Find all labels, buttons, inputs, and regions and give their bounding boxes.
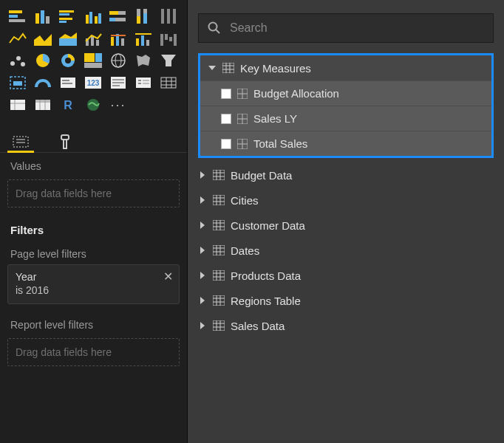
table-sales-data[interactable]: Sales Data <box>191 313 504 338</box>
hundred-stacked-column-icon[interactable] <box>133 7 154 25</box>
collapse-icon <box>200 222 205 229</box>
r-visual-icon[interactable]: R <box>58 96 78 114</box>
stacked-area-icon[interactable] <box>58 30 78 47</box>
card-icon[interactable] <box>58 74 78 92</box>
field-sales-ly[interactable]: Sales LY <box>200 106 491 131</box>
svg-point-43 <box>21 62 25 66</box>
stacked-bar-icon[interactable] <box>7 7 28 25</box>
svg-rect-135 <box>213 320 225 331</box>
matrix2-icon[interactable] <box>33 96 53 114</box>
table-budget-data[interactable]: Budget Data <box>191 162 504 188</box>
expand-icon <box>208 66 216 70</box>
field-total-sales[interactable]: Total Sales <box>200 131 491 156</box>
search-box[interactable] <box>198 13 494 43</box>
donut-icon[interactable] <box>58 52 78 69</box>
filter-card-year[interactable]: ✕ Year is 2016 <box>7 264 180 304</box>
field-checkbox[interactable] <box>221 114 231 124</box>
matrix-icon[interactable] <box>7 96 28 114</box>
svg-rect-23 <box>167 9 170 24</box>
svg-rect-0 <box>9 10 22 13</box>
field-checkbox[interactable] <box>221 89 231 99</box>
svg-rect-91 <box>222 63 234 73</box>
svg-rect-110 <box>213 195 225 205</box>
clustered-bar-icon[interactable] <box>58 7 78 25</box>
collapse-icon <box>200 272 205 279</box>
svg-marker-26 <box>59 38 77 46</box>
svg-rect-13 <box>98 13 101 24</box>
line-chart-icon[interactable] <box>7 30 28 47</box>
svg-rect-10 <box>86 15 89 24</box>
map-icon[interactable] <box>108 52 129 69</box>
fields-tab-icon[interactable] <box>10 131 31 152</box>
kpi-icon[interactable] <box>108 74 129 92</box>
svg-marker-27 <box>59 32 77 38</box>
ribbon-chart-icon[interactable] <box>108 30 129 47</box>
svg-rect-84 <box>13 137 28 147</box>
hundred-stacked-column2-icon[interactable] <box>158 7 179 25</box>
collapse-icon <box>200 171 205 179</box>
gauge2-icon[interactable] <box>33 74 53 92</box>
stacked-column-icon[interactable] <box>33 7 53 25</box>
svg-rect-7 <box>59 13 69 16</box>
gauge-icon[interactable] <box>7 74 28 92</box>
svg-rect-68 <box>143 80 149 81</box>
combo-chart-icon[interactable] <box>83 30 103 47</box>
field-label: Budget Allocation <box>253 87 339 100</box>
measure-icon <box>237 139 248 149</box>
arcgis-icon[interactable] <box>83 96 103 114</box>
svg-rect-62 <box>112 79 124 80</box>
table-customer-data[interactable]: Customer Data <box>191 213 504 238</box>
table-key-measures[interactable]: Key Measures <box>200 55 491 80</box>
filter-condition: is 2016 <box>16 284 171 296</box>
table-label: Dates <box>231 244 259 257</box>
report-filters-dropzone[interactable]: Drag data fields here <box>7 338 180 366</box>
more-visuals-icon[interactable]: ··· <box>108 96 129 114</box>
svg-rect-17 <box>109 18 115 21</box>
slicer-icon[interactable] <box>133 74 154 92</box>
table-cities[interactable]: Cities <box>191 188 504 213</box>
svg-rect-66 <box>138 80 141 81</box>
svg-rect-34 <box>136 38 139 46</box>
table-label: Budget Data <box>231 169 292 182</box>
waterfall-icon[interactable] <box>158 30 179 47</box>
scatter-icon[interactable] <box>7 52 28 69</box>
collapse-icon <box>200 322 205 329</box>
filter-field: Year <box>16 271 171 283</box>
filled-map-icon[interactable] <box>133 52 154 69</box>
svg-rect-19 <box>137 16 140 24</box>
table-regions[interactable]: Regions Table <box>191 288 504 313</box>
svg-rect-22 <box>161 9 164 24</box>
hundred-stacked-bar-icon[interactable] <box>108 7 129 25</box>
viz-palette: 123 R ··· <box>0 0 187 124</box>
svg-rect-33 <box>121 38 124 46</box>
table-products-data[interactable]: Products Data <box>191 263 504 288</box>
values-dropzone[interactable]: Drag data fields here <box>7 179 180 207</box>
table-icon <box>213 195 225 205</box>
svg-rect-24 <box>173 9 176 24</box>
svg-rect-88 <box>64 140 67 148</box>
combo-chart2-icon[interactable] <box>133 30 154 47</box>
svg-rect-5 <box>46 16 50 24</box>
table-dates[interactable]: Dates <box>191 238 504 263</box>
area-chart-icon[interactable] <box>33 30 53 47</box>
table-label: Key Measures <box>240 62 311 75</box>
funnel-icon[interactable] <box>158 52 179 69</box>
svg-rect-8 <box>59 18 72 20</box>
svg-rect-64 <box>112 85 120 86</box>
clustered-column-icon[interactable] <box>83 7 103 25</box>
multi-card-icon[interactable]: 123 <box>83 74 103 92</box>
table-icon[interactable] <box>158 74 179 92</box>
format-tab-icon[interactable] <box>53 131 74 152</box>
svg-rect-30 <box>96 40 99 46</box>
svg-marker-25 <box>34 34 52 46</box>
search-input[interactable] <box>230 21 484 35</box>
remove-filter-icon[interactable]: ✕ <box>163 269 173 284</box>
collapse-icon <box>200 196 205 204</box>
collapse-icon <box>200 247 205 254</box>
field-checkbox[interactable] <box>221 139 231 149</box>
pie-icon[interactable] <box>33 52 53 69</box>
treemap-icon[interactable] <box>83 52 103 69</box>
field-budget-allocation[interactable]: Budget Allocation <box>200 80 491 106</box>
svg-rect-12 <box>95 16 98 24</box>
svg-rect-35 <box>141 35 144 46</box>
